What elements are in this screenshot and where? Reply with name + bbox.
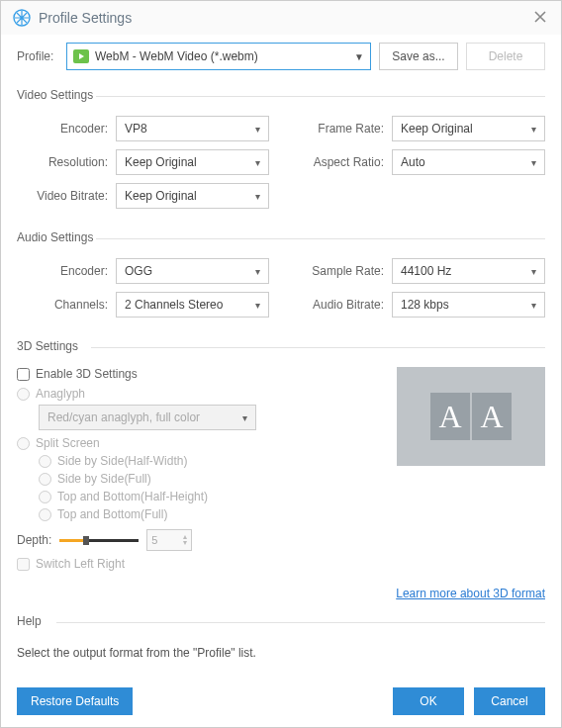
- anaglyph-select: Red/cyan anaglyph, full color ▾: [39, 405, 256, 430]
- aspect-label: Aspect Ratio:: [293, 155, 384, 169]
- chevron-down-icon: ▾: [255, 266, 260, 277]
- audio-encoder-label: Encoder:: [17, 264, 108, 278]
- chevron-down-icon: ▾: [242, 412, 247, 423]
- titlebar: Profile Settings: [1, 1, 561, 35]
- anaglyph-radio: Anaglyph: [17, 387, 371, 401]
- audio-heading: Audio Settings: [17, 230, 545, 252]
- chevron-down-icon: ▾: [531, 300, 536, 311]
- help-section: Help Select the output format from the "…: [17, 614, 545, 664]
- channels-select[interactable]: 2 Channels Stereo▾: [116, 292, 269, 318]
- enable-3d-input[interactable]: [17, 368, 30, 381]
- chevron-down-icon: ▾: [531, 157, 536, 168]
- close-icon[interactable]: [533, 10, 549, 26]
- chevron-down-icon: ▼: [354, 51, 364, 62]
- audio-bitrate-select[interactable]: 128 kbps▾: [392, 292, 545, 318]
- audio-section: Audio Settings Encoder: OGG▾ Sample Rate…: [17, 230, 545, 329]
- help-text: Select the output format from the "Profi…: [17, 642, 545, 660]
- audio-bitrate-label: Audio Bitrate:: [293, 298, 384, 312]
- aspect-select[interactable]: Auto▾: [392, 149, 545, 175]
- depth-label: Depth:: [17, 533, 51, 547]
- samplerate-select[interactable]: 44100 Hz▾: [392, 258, 545, 284]
- learn-3d-link[interactable]: Learn more about 3D format: [396, 587, 545, 600]
- tab-half-radio: Top and Bottom(Half-Height): [39, 490, 371, 503]
- app-icon: [13, 9, 31, 27]
- ok-button[interactable]: OK: [393, 687, 464, 715]
- profile-value: WebM - WebM Video (*.webm): [95, 49, 348, 63]
- window-title: Profile Settings: [39, 10, 533, 26]
- video-encoder-label: Encoder:: [17, 122, 108, 136]
- split-radio: Split Screen: [17, 436, 371, 450]
- framerate-label: Frame Rate:: [293, 122, 384, 136]
- framerate-select[interactable]: Keep Original▾: [392, 116, 545, 141]
- depth-spin: 5 ▴▾: [146, 529, 192, 551]
- video-heading: Video Settings: [17, 88, 545, 110]
- topbar: Profile: WebM - WebM Video (*.webm) ▼ Sa…: [1, 35, 561, 78]
- enable-3d-checkbox[interactable]: Enable 3D Settings: [17, 367, 371, 381]
- video-bitrate-label: Video Bitrate:: [17, 189, 108, 203]
- tab-full-radio: Top and Bottom(Full): [39, 507, 371, 521]
- video-encoder-select[interactable]: VP8▾: [116, 116, 269, 141]
- chevron-down-icon: ▾: [531, 124, 536, 135]
- chevron-down-icon: ▾: [255, 300, 260, 311]
- video-section: Video Settings Encoder: VP8▾ Frame Rate:…: [17, 88, 545, 221]
- resolution-select[interactable]: Keep Original▾: [116, 149, 269, 175]
- channels-label: Channels:: [17, 298, 108, 312]
- threed-heading: 3D Settings: [17, 339, 545, 361]
- sbs-half-radio: Side by Side(Half-Width): [39, 454, 371, 468]
- audio-encoder-select[interactable]: OGG▾: [116, 258, 269, 284]
- profile-select[interactable]: WebM - WebM Video (*.webm) ▼: [66, 43, 371, 70]
- chevron-down-icon: ▾: [255, 157, 260, 168]
- play-icon: [73, 49, 89, 63]
- samplerate-label: Sample Rate:: [293, 264, 384, 278]
- threed-preview: A A: [397, 367, 545, 466]
- delete-button: Delete: [466, 43, 545, 70]
- chevron-down-icon: ▾: [255, 124, 260, 135]
- preview-letter-right: A: [472, 393, 512, 440]
- chevron-down-icon: ▾: [531, 266, 536, 277]
- help-heading: Help: [17, 614, 545, 636]
- save-as-button[interactable]: Save as...: [379, 43, 458, 70]
- sbs-full-radio: Side by Side(Full): [39, 472, 371, 486]
- cancel-button[interactable]: Cancel: [474, 687, 545, 715]
- preview-letter-left: A: [430, 393, 470, 440]
- chevron-down-icon: ▾: [255, 191, 260, 202]
- window: Profile Settings Profile: WebM - WebM Vi…: [0, 0, 562, 728]
- threed-section: 3D Settings Enable 3D Settings Anaglyph …: [17, 339, 545, 604]
- resolution-label: Resolution:: [17, 155, 108, 169]
- profile-label: Profile:: [17, 49, 58, 63]
- depth-slider[interactable]: [59, 533, 139, 547]
- bottombar: Restore Defaults OK Cancel: [17, 687, 545, 715]
- switch-lr-checkbox: Switch Left Right: [17, 557, 545, 571]
- video-bitrate-select[interactable]: Keep Original▾: [116, 183, 269, 209]
- restore-defaults-button[interactable]: Restore Defaults: [17, 687, 133, 715]
